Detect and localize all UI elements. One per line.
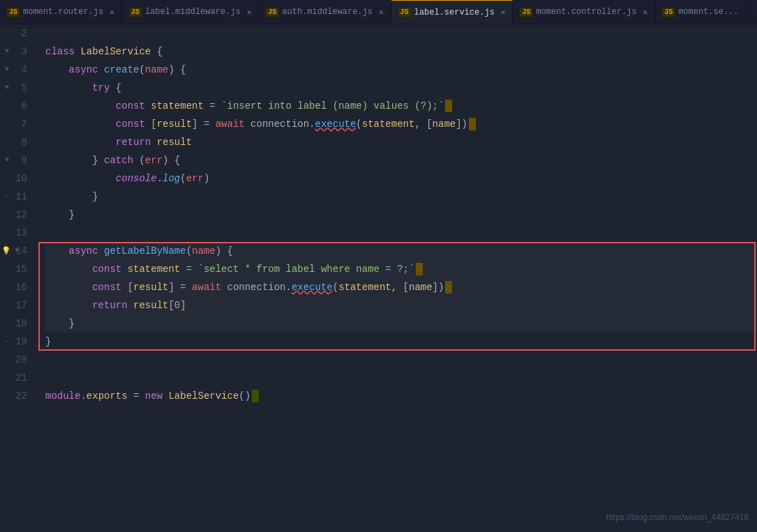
- tab-icon: JS: [7, 8, 20, 17]
- tab-moment-se[interactable]: JS moment.se...: [655, 0, 746, 24]
- tab-close[interactable]: ✕: [501, 8, 506, 17]
- line-number-gutter: 2 ▼ 3 ▼ 4 ▼ 5 6 7 8 ▼ 9 10 — 11: [0, 24, 38, 532]
- gutter-line-3: ▼ 3: [0, 43, 33, 61]
- gutter-line-11: — 11: [0, 188, 33, 206]
- tab-close[interactable]: ✕: [110, 8, 114, 17]
- fold-icon-14[interactable]: ▼: [13, 247, 21, 255]
- gutter-line-16: 16: [0, 278, 33, 296]
- tab-bar: JS moment.router.js ✕ JS label.middlewar…: [0, 0, 757, 24]
- watermark: https://blog.csdn.net/weixin_44827418: [606, 508, 749, 526]
- code-content[interactable]: class LabelService { async create(name) …: [38, 24, 757, 532]
- fold-icon-4[interactable]: ▼: [3, 66, 11, 74]
- gutter-line-7: 7: [0, 115, 33, 133]
- code-line-20: [45, 351, 757, 369]
- tab-moment-router[interactable]: JS moment.router.js ✕: [0, 0, 122, 24]
- gutter-line-21: 21: [0, 369, 33, 387]
- tab-label: moment.router.js: [23, 7, 103, 17]
- gutter-line-20: 20: [0, 351, 33, 369]
- code-line-8: return result: [45, 133, 757, 151]
- gutter-line-4: ▼ 4: [0, 61, 33, 79]
- gutter-line-15: 15: [0, 260, 33, 278]
- gutter-line-14: 💡 ▼ 14: [0, 242, 33, 260]
- tab-moment-controller[interactable]: JS moment.controller.js ✕: [513, 0, 655, 24]
- tab-label-service[interactable]: JS label.service.js ✕: [391, 0, 514, 24]
- gutter-line-5: ▼ 5: [0, 79, 33, 97]
- gutter-line-19: — 19: [0, 333, 33, 351]
- code-line-21: [45, 369, 757, 387]
- tab-icon: JS: [266, 8, 278, 17]
- code-line-18: }: [45, 314, 757, 333]
- code-line-10: console.log(err): [45, 169, 757, 188]
- tab-label: label.service.js: [414, 8, 495, 17]
- bulb-icon-14[interactable]: 💡: [1, 242, 11, 260]
- code-line-11: }: [45, 188, 757, 206]
- code-line-16: const [result] = await connection.execut…: [45, 278, 757, 296]
- tab-close[interactable]: ✕: [379, 8, 384, 17]
- gutter-line-6: 6: [0, 97, 33, 115]
- tab-icon: JS: [520, 8, 532, 17]
- tab-label: moment.controller.js: [536, 7, 636, 17]
- tab-icon: JS: [129, 8, 142, 17]
- code-line-7: const [result] = await connection.execut…: [45, 115, 757, 133]
- tab-label: auth.middleware.js: [282, 7, 373, 17]
- code-line-2: [45, 24, 757, 43]
- gutter-line-12: 12: [0, 206, 33, 224]
- tab-label-middleware[interactable]: JS label.middleware.js ✕: [122, 0, 259, 24]
- gutter-line-18: 18: [0, 314, 33, 333]
- tab-label: label.middleware.js: [145, 7, 241, 17]
- code-line-5: try {: [45, 79, 757, 97]
- tab-close[interactable]: ✕: [643, 8, 648, 17]
- gutter-line-13: 13: [0, 224, 33, 242]
- fold-icon-11[interactable]: —: [3, 192, 11, 201]
- fold-icon-9[interactable]: ▼: [3, 156, 11, 165]
- code-line-22: module.exports = new LabelService(): [45, 387, 757, 405]
- code-line-13: [45, 224, 757, 242]
- fold-icon-5[interactable]: ▼: [3, 84, 11, 92]
- tab-icon: JS: [662, 8, 675, 17]
- gutter-line-17: 17: [0, 296, 33, 314]
- code-line-3: class LabelService {: [45, 43, 757, 61]
- tab-close[interactable]: ✕: [247, 8, 252, 17]
- gutter-line-22: 22: [0, 387, 33, 405]
- code-line-14: async getLabelByName(name) {: [45, 242, 757, 260]
- code-line-9: } catch (err) {: [45, 151, 757, 169]
- fold-icon-19[interactable]: —: [3, 337, 11, 346]
- tab-auth-middleware[interactable]: JS auth.middleware.js ✕: [259, 0, 391, 24]
- fold-icon-3[interactable]: ▼: [3, 47, 11, 56]
- tab-icon: JS: [398, 8, 411, 17]
- gutter-line-8: 8: [0, 133, 33, 151]
- code-line-19: }: [45, 333, 757, 351]
- code-line-6: const statement = `insert into label (na…: [45, 97, 757, 115]
- gutter-line-2: 2: [0, 24, 33, 43]
- gutter-line-10: 10: [0, 169, 33, 188]
- gutter-line-9: ▼ 9: [0, 151, 33, 169]
- code-line-15: const statement = `select * from label w…: [45, 260, 757, 278]
- tab-label: moment.se...: [678, 7, 738, 17]
- code-area: 2 ▼ 3 ▼ 4 ▼ 5 6 7 8 ▼ 9 10 — 11: [0, 24, 757, 532]
- code-line-17: return result[0]: [45, 296, 757, 314]
- code-line-4: async create(name) {: [45, 61, 757, 79]
- code-line-12: }: [45, 206, 757, 224]
